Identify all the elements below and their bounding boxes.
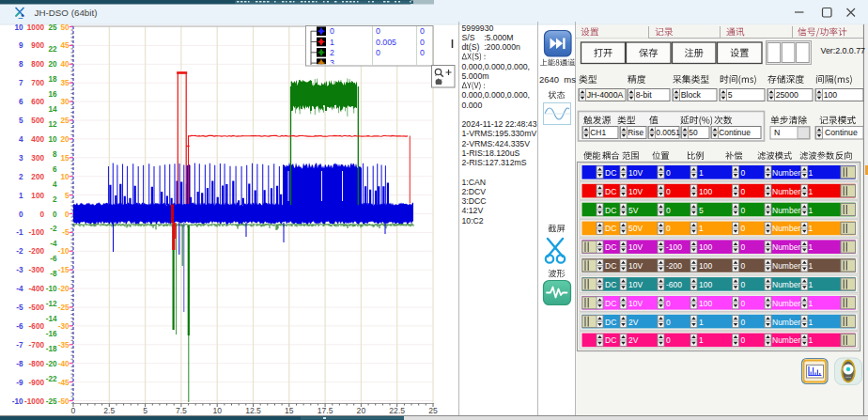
svg-text:Number: Number (772, 242, 800, 252)
svg-text:0: 0 (741, 187, 746, 196)
svg-text:Number: Number (772, 335, 800, 345)
svg-text:0: 0 (330, 26, 334, 36)
svg-text:18: 18 (48, 75, 57, 84)
svg-text:0: 0 (19, 210, 23, 219)
svg-text:1: 1 (809, 224, 814, 233)
svg-text:-2: -2 (50, 225, 57, 233)
svg-text:6: 6 (19, 98, 23, 106)
svg-text:100: 100 (699, 299, 712, 308)
svg-text:2-VRMS:424.335V: 2-VRMS:424.335V (462, 139, 531, 148)
svg-text:1: 1 (699, 318, 704, 327)
svg-text:0: 0 (71, 406, 76, 415)
svg-text:10V: 10V (628, 187, 643, 196)
svg-text:-20: -20 (58, 285, 70, 293)
svg-text:100: 100 (824, 90, 838, 100)
svg-text:20: 20 (357, 406, 366, 415)
svg-text:-300: -300 (29, 266, 45, 274)
svg-text:1: 1 (699, 224, 704, 233)
svg-text:50: 50 (689, 128, 698, 137)
svg-text:1: 1 (809, 261, 814, 271)
svg-text:0: 0 (420, 38, 425, 47)
svg-text:JH-4000A: JH-4000A (587, 90, 624, 100)
svg-text:-4: -4 (16, 285, 23, 293)
svg-text:12: 12 (48, 120, 57, 129)
svg-text:700: 700 (31, 79, 44, 87)
svg-text:10V: 10V (628, 299, 643, 308)
svg-text:-20: -20 (46, 360, 57, 368)
svg-text:10: 10 (14, 23, 23, 32)
svg-text:1:CAN: 1:CAN (462, 178, 487, 187)
svg-text:9: 9 (19, 41, 23, 50)
svg-text:0: 0 (420, 48, 425, 57)
svg-text:-600: -600 (29, 322, 45, 331)
svg-text:0: 0 (666, 299, 671, 308)
svg-text:2V: 2V (628, 335, 639, 345)
svg-text:-400: -400 (29, 285, 45, 293)
svg-text:-500: -500 (29, 303, 45, 312)
svg-text:25: 25 (60, 117, 70, 125)
svg-text:600: 600 (31, 98, 44, 106)
svg-text:Number: Number (772, 261, 800, 271)
svg-text:1: 1 (809, 280, 814, 289)
svg-text:1: 1 (19, 192, 23, 200)
svg-text:Number: Number (772, 299, 800, 308)
svg-text:DC: DC (605, 206, 616, 215)
svg-text:-8: -8 (50, 270, 57, 278)
svg-text:-100: -100 (29, 228, 45, 237)
svg-text:0: 0 (666, 187, 671, 196)
svg-text:0: 0 (741, 299, 746, 308)
svg-text:-8: -8 (16, 360, 23, 368)
svg-text:5999930: 5999930 (462, 23, 494, 33)
svg-text:-6: -6 (16, 322, 23, 331)
svg-text:0: 0 (666, 318, 671, 327)
svg-text:1: 1 (809, 299, 814, 308)
svg-text:25000: 25000 (776, 90, 798, 100)
svg-text:7.5: 7.5 (176, 406, 187, 415)
svg-text:0: 0 (65, 210, 70, 219)
svg-text:8-bit: 8-bit (636, 90, 652, 100)
svg-text:-10: -10 (46, 285, 57, 293)
svg-text:0: 0 (741, 206, 746, 215)
svg-text:-12: -12 (46, 300, 57, 308)
svg-text:14: 14 (48, 105, 57, 114)
svg-text:dt(S) :200.000n: dt(S) :200.000n (462, 42, 520, 52)
svg-text:4: 4 (53, 180, 57, 189)
svg-text:1: 1 (809, 318, 814, 327)
svg-text:0: 0 (666, 335, 671, 345)
svg-text:1: 1 (699, 335, 704, 345)
svg-text:10V: 10V (628, 261, 643, 271)
svg-text:Number: Number (772, 224, 800, 233)
svg-text:100: 100 (699, 280, 712, 289)
svg-text:50: 50 (60, 23, 70, 32)
svg-text:6: 6 (53, 165, 57, 174)
svg-text:-25: -25 (58, 303, 70, 312)
svg-text:1-RIS:18.120uS: 1-RIS:18.120uS (462, 148, 520, 158)
svg-text:DC: DC (605, 299, 616, 308)
svg-text:2: 2 (53, 195, 57, 204)
svg-text:25: 25 (428, 406, 438, 415)
svg-text:-15: -15 (58, 266, 70, 274)
svg-text:500: 500 (31, 117, 44, 125)
svg-text:DC: DC (605, 280, 616, 289)
svg-text:10: 10 (48, 135, 57, 144)
svg-text:22.5: 22.5 (389, 406, 405, 415)
svg-text:2.5: 2.5 (103, 406, 115, 415)
svg-text:50V: 50V (628, 224, 643, 233)
svg-text:-100: -100 (666, 242, 682, 252)
svg-text:1-VRMS:195.330mV: 1-VRMS:195.330mV (462, 129, 537, 138)
svg-text:-800: -800 (29, 360, 45, 368)
svg-text:0: 0 (666, 206, 671, 215)
svg-text:30: 30 (60, 98, 70, 106)
svg-text:N: N (774, 128, 780, 137)
svg-text:Block: Block (681, 90, 702, 100)
svg-text:0: 0 (376, 48, 380, 57)
svg-text:-25: -25 (46, 397, 57, 406)
svg-text:-3: -3 (16, 266, 23, 274)
svg-text:0: 0 (53, 210, 57, 219)
svg-text:-50: -50 (58, 397, 70, 406)
svg-text:Ver:2.0.0.77: Ver:2.0.0.77 (821, 46, 866, 55)
svg-text:40: 40 (60, 60, 70, 69)
svg-text:200: 200 (31, 173, 44, 181)
svg-text:-16: -16 (46, 330, 57, 338)
svg-text:5: 5 (65, 192, 70, 200)
